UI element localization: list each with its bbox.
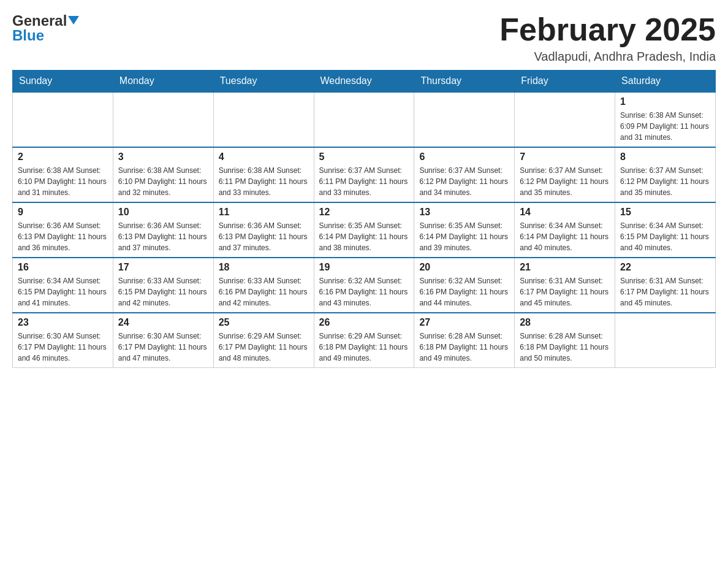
day-info: Sunrise: 6:36 AM Sunset: 6:13 PM Dayligh… xyxy=(18,220,108,253)
calendar-cell: 4Sunrise: 6:38 AM Sunset: 6:11 PM Daylig… xyxy=(213,147,314,202)
day-info: Sunrise: 6:37 AM Sunset: 6:12 PM Dayligh… xyxy=(419,165,509,198)
day-info: Sunrise: 6:30 AM Sunset: 6:17 PM Dayligh… xyxy=(118,331,208,364)
day-number: 26 xyxy=(319,317,409,328)
day-info: Sunrise: 6:33 AM Sunset: 6:16 PM Dayligh… xyxy=(219,275,309,308)
day-number: 11 xyxy=(219,207,309,218)
day-info: Sunrise: 6:36 AM Sunset: 6:13 PM Dayligh… xyxy=(219,220,309,253)
day-info: Sunrise: 6:37 AM Sunset: 6:12 PM Dayligh… xyxy=(520,165,610,198)
day-info: Sunrise: 6:31 AM Sunset: 6:17 PM Dayligh… xyxy=(620,275,710,308)
day-info: Sunrise: 6:38 AM Sunset: 6:10 PM Dayligh… xyxy=(118,165,208,198)
day-number: 5 xyxy=(319,151,409,163)
calendar-cell: 7Sunrise: 6:37 AM Sunset: 6:12 PM Daylig… xyxy=(515,147,615,202)
calendar-cell xyxy=(615,313,716,368)
calendar-cell: 1Sunrise: 6:38 AM Sunset: 6:09 PM Daylig… xyxy=(615,92,716,147)
day-number: 2 xyxy=(18,151,108,163)
day-number: 19 xyxy=(319,262,409,273)
day-number: 28 xyxy=(520,317,610,328)
calendar-day-header: Tuesday xyxy=(213,71,314,93)
day-info: Sunrise: 6:33 AM Sunset: 6:15 PM Dayligh… xyxy=(118,275,208,308)
day-info: Sunrise: 6:34 AM Sunset: 6:15 PM Dayligh… xyxy=(18,275,108,308)
location-text: Vadlapudi, Andhra Pradesh, India xyxy=(499,50,716,64)
calendar-cell xyxy=(314,92,414,147)
calendar-cell: 24Sunrise: 6:30 AM Sunset: 6:17 PM Dayli… xyxy=(113,313,213,368)
calendar-cell: 9Sunrise: 6:36 AM Sunset: 6:13 PM Daylig… xyxy=(13,202,113,258)
calendar-cell xyxy=(414,92,515,147)
calendar-day-header: Wednesday xyxy=(314,71,414,93)
calendar-cell: 21Sunrise: 6:31 AM Sunset: 6:17 PM Dayli… xyxy=(515,258,615,313)
day-info: Sunrise: 6:37 AM Sunset: 6:11 PM Dayligh… xyxy=(319,165,409,198)
calendar-header-row: SundayMondayTuesdayWednesdayThursdayFrid… xyxy=(13,71,716,93)
day-info: Sunrise: 6:30 AM Sunset: 6:17 PM Dayligh… xyxy=(18,331,108,364)
day-number: 27 xyxy=(419,317,509,328)
calendar-day-header: Thursday xyxy=(414,71,515,93)
day-info: Sunrise: 6:32 AM Sunset: 6:16 PM Dayligh… xyxy=(319,275,409,308)
day-number: 23 xyxy=(18,317,108,328)
calendar-day-header: Monday xyxy=(113,71,213,93)
month-title: February 2025 xyxy=(499,12,716,47)
day-number: 21 xyxy=(520,262,610,273)
calendar-cell xyxy=(113,92,213,147)
day-number: 7 xyxy=(520,151,610,163)
day-number: 18 xyxy=(219,262,309,273)
day-number: 25 xyxy=(219,317,309,328)
calendar-cell: 2Sunrise: 6:38 AM Sunset: 6:10 PM Daylig… xyxy=(13,147,113,202)
day-info: Sunrise: 6:28 AM Sunset: 6:18 PM Dayligh… xyxy=(419,331,509,364)
calendar-cell: 8Sunrise: 6:37 AM Sunset: 6:12 PM Daylig… xyxy=(615,147,716,202)
day-number: 20 xyxy=(419,262,509,273)
day-number: 16 xyxy=(18,262,108,273)
day-number: 10 xyxy=(118,207,208,218)
calendar-day-header: Sunday xyxy=(13,71,113,93)
page-header: General Blue February 2025 Vadlapudi, An… xyxy=(12,12,716,64)
day-info: Sunrise: 6:35 AM Sunset: 6:14 PM Dayligh… xyxy=(419,220,509,253)
calendar-cell: 16Sunrise: 6:34 AM Sunset: 6:15 PM Dayli… xyxy=(13,258,113,313)
calendar-table: SundayMondayTuesdayWednesdayThursdayFrid… xyxy=(12,70,716,368)
day-info: Sunrise: 6:37 AM Sunset: 6:12 PM Dayligh… xyxy=(620,165,710,198)
calendar-cell: 28Sunrise: 6:28 AM Sunset: 6:18 PM Dayli… xyxy=(515,313,615,368)
calendar-cell: 27Sunrise: 6:28 AM Sunset: 6:18 PM Dayli… xyxy=(414,313,515,368)
day-number: 13 xyxy=(419,207,509,218)
day-info: Sunrise: 6:31 AM Sunset: 6:17 PM Dayligh… xyxy=(520,275,610,308)
calendar-cell: 10Sunrise: 6:36 AM Sunset: 6:13 PM Dayli… xyxy=(113,202,213,258)
calendar-cell: 15Sunrise: 6:34 AM Sunset: 6:15 PM Dayli… xyxy=(615,202,716,258)
day-info: Sunrise: 6:38 AM Sunset: 6:09 PM Dayligh… xyxy=(620,110,710,143)
calendar-cell: 5Sunrise: 6:37 AM Sunset: 6:11 PM Daylig… xyxy=(314,147,414,202)
day-info: Sunrise: 6:32 AM Sunset: 6:16 PM Dayligh… xyxy=(419,275,509,308)
day-number: 22 xyxy=(620,262,710,273)
day-number: 17 xyxy=(118,262,208,273)
calendar-week-row: 2Sunrise: 6:38 AM Sunset: 6:10 PM Daylig… xyxy=(13,147,716,202)
calendar-cell: 12Sunrise: 6:35 AM Sunset: 6:14 PM Dayli… xyxy=(314,202,414,258)
day-number: 4 xyxy=(219,151,309,163)
calendar-cell: 20Sunrise: 6:32 AM Sunset: 6:16 PM Dayli… xyxy=(414,258,515,313)
calendar-cell: 11Sunrise: 6:36 AM Sunset: 6:13 PM Dayli… xyxy=(213,202,314,258)
calendar-day-header: Friday xyxy=(515,71,615,93)
day-number: 14 xyxy=(520,207,610,218)
calendar-cell: 26Sunrise: 6:29 AM Sunset: 6:18 PM Dayli… xyxy=(314,313,414,368)
day-info: Sunrise: 6:34 AM Sunset: 6:14 PM Dayligh… xyxy=(520,220,610,253)
calendar-cell xyxy=(13,92,113,147)
day-number: 9 xyxy=(18,207,108,218)
svg-marker-0 xyxy=(68,16,79,25)
logo: General Blue xyxy=(12,12,79,44)
day-number: 24 xyxy=(118,317,208,328)
calendar-cell xyxy=(515,92,615,147)
day-info: Sunrise: 6:36 AM Sunset: 6:13 PM Dayligh… xyxy=(118,220,208,253)
calendar-day-header: Saturday xyxy=(615,71,716,93)
calendar-week-row: 9Sunrise: 6:36 AM Sunset: 6:13 PM Daylig… xyxy=(13,202,716,258)
logo-blue-text: Blue xyxy=(12,27,44,44)
day-info: Sunrise: 6:38 AM Sunset: 6:10 PM Dayligh… xyxy=(18,165,108,198)
day-info: Sunrise: 6:29 AM Sunset: 6:18 PM Dayligh… xyxy=(319,331,409,364)
calendar-week-row: 16Sunrise: 6:34 AM Sunset: 6:15 PM Dayli… xyxy=(13,258,716,313)
day-number: 12 xyxy=(319,207,409,218)
calendar-cell: 13Sunrise: 6:35 AM Sunset: 6:14 PM Dayli… xyxy=(414,202,515,258)
calendar-cell: 19Sunrise: 6:32 AM Sunset: 6:16 PM Dayli… xyxy=(314,258,414,313)
title-section: February 2025 Vadlapudi, Andhra Pradesh,… xyxy=(499,12,716,64)
calendar-cell: 17Sunrise: 6:33 AM Sunset: 6:15 PM Dayli… xyxy=(113,258,213,313)
day-number: 15 xyxy=(620,207,710,218)
calendar-cell: 23Sunrise: 6:30 AM Sunset: 6:17 PM Dayli… xyxy=(13,313,113,368)
calendar-cell xyxy=(213,92,314,147)
calendar-cell: 25Sunrise: 6:29 AM Sunset: 6:17 PM Dayli… xyxy=(213,313,314,368)
day-info: Sunrise: 6:38 AM Sunset: 6:11 PM Dayligh… xyxy=(219,165,309,198)
day-number: 3 xyxy=(118,151,208,163)
calendar-cell: 3Sunrise: 6:38 AM Sunset: 6:10 PM Daylig… xyxy=(113,147,213,202)
day-number: 8 xyxy=(620,151,710,163)
